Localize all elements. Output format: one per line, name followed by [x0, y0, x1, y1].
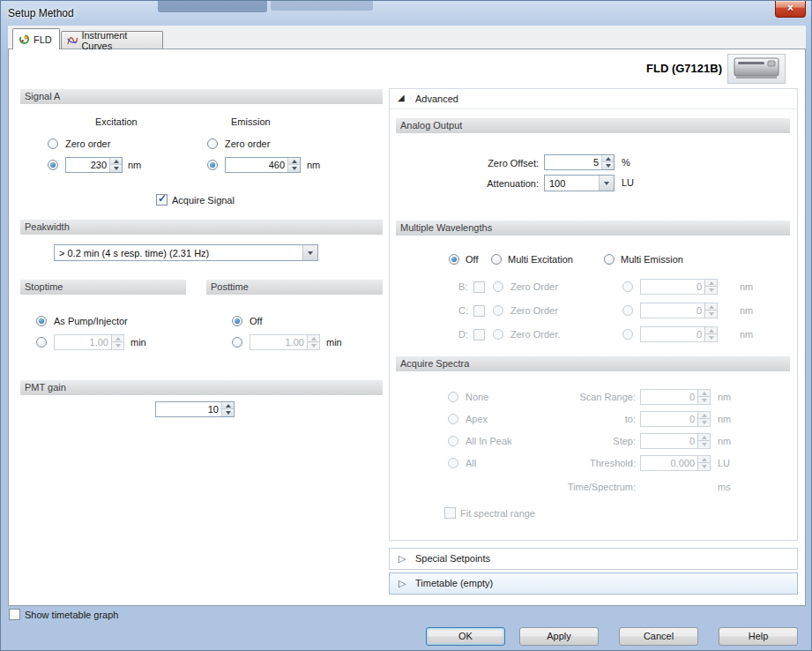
emission-wavelength-radio[interactable]	[207, 160, 218, 170]
tab-instrument-curves-label: Instrument Curves	[81, 30, 157, 51]
spinner-up-icon[interactable]	[288, 158, 300, 165]
advanced-expander[interactable]: Advanced	[415, 94, 458, 105]
dropdown-arrow-icon[interactable]	[599, 176, 614, 191]
posttime-unit-label: min	[326, 337, 342, 348]
mw-row-label: D:	[458, 329, 468, 340]
mw-row-unit-label: nm	[740, 329, 753, 340]
mw-off-radio[interactable]	[449, 254, 459, 265]
stoptime-value-radio[interactable]	[36, 337, 47, 348]
posttime-off-label[interactable]: Off	[250, 316, 262, 327]
zero-offset-label: Zero Offset:	[477, 158, 539, 169]
spinner-up-icon[interactable]	[602, 155, 614, 162]
posttime-header: Posttime	[206, 280, 383, 295]
spinner-down-icon	[698, 419, 710, 426]
spinner-up-icon[interactable]	[222, 402, 234, 409]
spinner-arrows	[704, 303, 717, 318]
excitation-wavelength-radio[interactable]	[48, 160, 58, 170]
spinner-down-icon[interactable]	[288, 165, 300, 172]
mw-multi-excitation-label[interactable]: Multi Excitation	[508, 254, 573, 266]
help-button[interactable]: Help	[719, 627, 798, 646]
setup-method-dialog: Setup Method × FLD Instrument Curves FLD…	[0, 0, 812, 651]
special-setpoints-label[interactable]: Special Setpoints	[415, 553, 490, 565]
spinner-arrows	[109, 158, 122, 172]
close-button[interactable]: ×	[775, 1, 806, 18]
mw-off-label[interactable]: Off	[466, 254, 478, 266]
mw-row-checkbox	[473, 329, 485, 340]
spinner-down-icon[interactable]	[222, 409, 234, 416]
spinner-up-icon[interactable]	[110, 158, 122, 165]
mw-row-zero-order-radio	[493, 329, 503, 340]
spinner-down-icon[interactable]	[110, 165, 122, 172]
mw-row-zero-order-label: Zero Order.	[510, 329, 560, 340]
mw-row-zero-order-radio	[493, 305, 503, 316]
mw-multi-emission-radio[interactable]	[604, 254, 615, 265]
excitation-zero-order-label[interactable]: Zero order	[65, 138, 110, 150]
tab-fld[interactable]: FLD	[12, 28, 60, 49]
timetable-label[interactable]: Timetable (empty)	[415, 578, 493, 589]
spectra-apex-label: Apex	[466, 414, 488, 425]
acquire-signal-checkbox[interactable]: ✓	[156, 194, 168, 206]
peakwidth-dropdown[interactable]: > 0.2 min (4 s resp. time) (2.31 Hz)	[54, 244, 318, 261]
spinner-down-icon	[698, 441, 710, 448]
posttime-off-radio[interactable]	[232, 316, 242, 326]
attenuation-dropdown[interactable]: 100	[544, 175, 615, 191]
emission-wavelength-input[interactable]: 460	[225, 157, 301, 173]
spinner-up-icon	[705, 327, 717, 334]
pmt-gain-input[interactable]: 10	[155, 401, 235, 417]
ok-button[interactable]: OK	[426, 627, 505, 646]
dropdown-arrow-icon[interactable]	[302, 245, 317, 260]
window-title: Setup Method	[8, 7, 74, 19]
mw-row-wavelength-value: 0	[697, 281, 702, 293]
spinner-up-icon	[698, 412, 710, 419]
excitation-wavelength-value: 230	[91, 160, 107, 171]
scan-range-label: Scan Range:	[539, 392, 636, 403]
step-label: Step:	[539, 436, 636, 447]
spinner-down-icon	[308, 342, 319, 349]
cancel-button[interactable]: Cancel	[619, 627, 698, 646]
multiple-wavelengths-header: Multiple Wavelengths	[396, 221, 790, 236]
stoptime-as-pump-radio[interactable]	[36, 316, 47, 326]
excitation-zero-order-radio[interactable]	[48, 138, 58, 149]
emission-zero-order-radio[interactable]	[207, 138, 218, 149]
check-icon: ✓	[158, 192, 167, 205]
mw-row-wavelength-radio	[622, 329, 633, 340]
apply-button[interactable]: Apply	[519, 627, 599, 646]
emission-zero-order-label[interactable]: Zero order	[225, 138, 270, 150]
spinner-down-icon[interactable]	[602, 162, 614, 169]
acquire-signal-label[interactable]: Acquire Signal	[172, 195, 235, 206]
attenuation-unit-label: LU	[622, 177, 634, 189]
posttime-value-radio[interactable]	[232, 337, 242, 348]
scan-range-value: 0	[689, 392, 695, 403]
tab-instrument-curves[interactable]: Instrument Curves	[61, 31, 163, 49]
posttime-value: 1.00	[286, 337, 304, 348]
show-timetable-graph-checkbox[interactable]	[9, 609, 20, 620]
excitation-wavelength-input[interactable]: 230	[65, 157, 123, 173]
spinner-up-icon	[705, 303, 717, 311]
spinner-up-icon	[698, 456, 710, 463]
titlebar[interactable]: Setup Method	[1, 1, 812, 26]
emission-column-label: Emission	[231, 116, 271, 128]
mw-row-unit-label: nm	[740, 305, 753, 317]
zero-offset-input[interactable]: 5	[544, 154, 615, 170]
threshold-input: 0.000	[640, 455, 711, 471]
peakwidth-selected-value: > 0.2 min (4 s resp. time) (2.31 Hz)	[59, 248, 209, 259]
mw-row-wavelength-input: 0	[640, 303, 718, 318]
stoptime-as-pump-label[interactable]: As Pump/Injector	[54, 316, 128, 327]
mw-row-wavelength-input: 0	[640, 326, 718, 342]
zero-offset-unit-label: %	[622, 157, 630, 168]
spinner-arrows	[697, 390, 710, 404]
pmt-gain-value: 10	[208, 404, 219, 415]
scan-to-label: to:	[539, 414, 636, 425]
mw-multi-excitation-radio[interactable]	[491, 254, 502, 265]
scan-to-unit-label: nm	[718, 414, 731, 425]
show-timetable-graph-label[interactable]: Show timetable graph	[25, 610, 118, 621]
mw-row-zero-order-label: Zero Order	[510, 281, 558, 293]
expander-closed-icon: ▷	[399, 578, 406, 588]
mw-row-wavelength-value: 0	[697, 329, 702, 340]
spinner-arrows	[111, 335, 123, 349]
spinner-arrows	[697, 434, 710, 448]
mw-row-unit-label: nm	[740, 281, 753, 293]
mw-multi-emission-label[interactable]: Multi Emission	[621, 254, 683, 266]
step-input: 0	[640, 433, 711, 449]
spinner-arrows	[697, 412, 710, 426]
